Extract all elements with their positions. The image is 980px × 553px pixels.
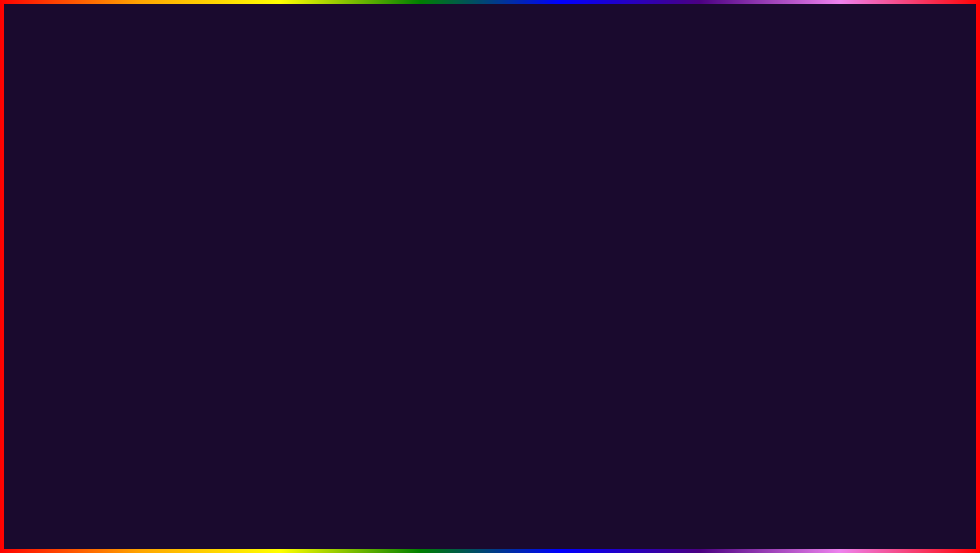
char-torso: 🌀 bbox=[447, 155, 513, 231]
select-farm-method-row: Select Farm Method : Upper bbox=[707, 168, 933, 182]
right-setting-icon: ⚙️ bbox=[656, 185, 664, 193]
setting-icon: ⚙️ bbox=[31, 266, 40, 273]
left-panel: MOBILE ANDROID ✓ 🌪️ 17/03/2023 - 10:27:5… bbox=[20, 101, 315, 326]
auto-mirage-island-row: 🌀 Auto Mirage Island ✓ bbox=[26, 207, 288, 225]
auto-sea-beast-toggle[interactable] bbox=[262, 292, 283, 303]
right-nav-weapons-label: Wepons bbox=[668, 200, 692, 208]
title-letter-F: F bbox=[462, 10, 518, 101]
sea-beasts-title: Sea Beasts bbox=[108, 277, 288, 285]
farm-distance-label: 🌀 30 Farm Distance bbox=[712, 187, 767, 198]
character-area: 🌀 bbox=[335, 96, 625, 325]
right-main-icon: 🏠 bbox=[656, 170, 664, 178]
character-figure: 🌀 bbox=[404, 96, 556, 325]
separator-1 bbox=[707, 203, 933, 203]
stats-icon: 📊 bbox=[31, 295, 40, 303]
auto-farm-select-mode-row: 🌀 Auto Farm Select Mode bbox=[707, 216, 933, 233]
mirage-hop-toggle[interactable] bbox=[262, 231, 283, 243]
auto-sea-beast-label: 🌀 Auto Sea Beast bbox=[113, 292, 174, 303]
work-for-mobile: WORK FOR MOBILE bbox=[837, 99, 970, 154]
mirage-hop-label: 🌀 Mirage Island [HOP] bbox=[31, 231, 106, 243]
nav-main-label: Main bbox=[44, 251, 58, 259]
auto-sea-beast-hop-toggle[interactable] bbox=[262, 313, 283, 324]
auto-max-mastery-row: 🌀 Auto Max Mastery [Melee] bbox=[707, 235, 933, 252]
left-ui-header: 🌪️ 17/03/2023 - 10:27:53 PM [ ID ] bbox=[26, 108, 288, 138]
farm-distance-input[interactable] bbox=[903, 188, 928, 197]
auto-sea-beast-hop-row: 🌀 Auto Sea Beast Hop bbox=[108, 309, 288, 328]
auto-farm-select-mode-label: 🌀 Auto Farm Select Mode bbox=[712, 219, 791, 230]
blox-x-letter: X bbox=[908, 494, 914, 505]
auto-mirage-icon: 🌀 bbox=[31, 211, 43, 222]
mirage-hop-row: 🌀 Mirage Island [HOP] bbox=[26, 228, 288, 246]
work-text: WORK bbox=[846, 103, 961, 128]
right-nav-combats[interactable]: 👥 Combats bbox=[651, 227, 702, 239]
char-leg-right bbox=[482, 233, 505, 279]
for-mobile-text: FOR MOBILE bbox=[846, 128, 961, 150]
auto-label: AUTO bbox=[30, 481, 174, 539]
right-nav: 🌪️ 🏠 Main ⚙️ Setting ✖️ Wepons bbox=[651, 138, 702, 254]
char-emblem: 🌀 bbox=[465, 166, 495, 196]
sea-beast-icon: 🌀 bbox=[113, 292, 124, 303]
auto-farm-material-toggle[interactable] bbox=[262, 146, 283, 157]
blox-b-letter: BL bbox=[872, 494, 886, 505]
auto-farm-select-mode-toggle[interactable] bbox=[907, 219, 928, 230]
char-leg-left bbox=[454, 233, 477, 279]
pastebin-label: PASTEBIN bbox=[456, 500, 603, 534]
full-moon-row: Full Moon 50% ✓ bbox=[26, 172, 288, 187]
select-weapon-row: Select Weapon : Melee bbox=[707, 153, 933, 166]
right-content: Select Mode Select Weapon : Melee Select… bbox=[707, 138, 933, 254]
title-row: B L O X F R U I T S bbox=[0, 0, 980, 101]
sea-beast-hop-icon: 🌀 bbox=[113, 313, 124, 324]
farm-distance-icon-wrapper: 🌀 30 bbox=[712, 187, 723, 198]
title-letter-S: S bbox=[731, 10, 792, 101]
farm-label: FARM bbox=[184, 481, 328, 539]
main-wrapper: B L O X F R U I T S MOBILE ANDROID ✓ 🌪️ … bbox=[0, 0, 980, 553]
right-nav-main-label: Main bbox=[668, 170, 682, 178]
title-letter-B: B bbox=[188, 10, 254, 101]
char-head bbox=[460, 114, 500, 155]
farm-distance-row: 🌀 30 Farm Distance bbox=[707, 184, 933, 201]
right-nav-weapons[interactable]: ✖️ Wepons bbox=[651, 197, 702, 210]
right-nav-setting[interactable]: ⚙️ Setting bbox=[651, 183, 702, 195]
auto-max-mastery-icon: 🌀 bbox=[712, 238, 723, 249]
right-logo: 🌪️ bbox=[651, 138, 679, 166]
char-legs bbox=[447, 231, 513, 282]
mirage-not-found-label: Mirage Island Not Found ✗ bbox=[31, 193, 111, 201]
blox-fruits-logo-area: BL 💀 X FRUITS bbox=[838, 469, 950, 550]
right-combats-icon: 👥 bbox=[656, 229, 664, 237]
nav-main[interactable]: 🏠 Main bbox=[26, 249, 288, 261]
right-stats-icon: 📊 bbox=[656, 215, 664, 222]
right-nav-combats-label: Combats bbox=[668, 229, 695, 237]
auto-mirage-toggle[interactable] bbox=[262, 211, 283, 222]
char-body: 🌀 bbox=[429, 114, 531, 307]
middle-section: MOBILE ANDROID ✓ 🌪️ 17/03/2023 - 10:27:5… bbox=[0, 96, 980, 467]
right-ui-main: 🌪️ 🏠 Main ⚙️ Setting ✖️ Wepons bbox=[651, 138, 933, 254]
auto-max-mastery-label: 🌀 Auto Max Mastery [Melee] bbox=[712, 238, 798, 249]
left-timestamp: 17/03/2023 - 10:27:53 PM [ ID ] bbox=[184, 120, 288, 126]
auto-max-mastery-toggle[interactable] bbox=[907, 238, 928, 249]
sea-beasts-box: Sea Beasts 🌀 Auto Sea Beast 🌀 Auto Sea B… bbox=[102, 271, 295, 336]
main-icon: 🏠 bbox=[31, 251, 40, 259]
right-nav-setting-label: Setting bbox=[668, 185, 689, 193]
right-panel: WORK FOR MOBILE 🌪️ 🏠 Main ⚙️ bbox=[645, 101, 960, 260]
right-nav-stats[interactable]: 📊 Stats bbox=[651, 212, 702, 225]
title-letter-R: R bbox=[518, 10, 584, 101]
auto-sea-beast-hop-label: 🌀 Auto Sea Beast Hop bbox=[113, 313, 188, 324]
bottom-section: AUTO FARM SCRIPT PASTEBIN BL 💀 X FRUITS bbox=[0, 467, 980, 553]
char-eye-left bbox=[469, 128, 475, 134]
combats-icon: 👥 bbox=[31, 310, 40, 318]
title-letter-X: X bbox=[381, 10, 442, 101]
title-letter-T2: T bbox=[675, 10, 731, 101]
char-eye-right bbox=[485, 128, 491, 134]
auto-farm-text-group: AUTO FARM SCRIPT PASTEBIN bbox=[30, 481, 602, 539]
farm-distance-badge: 30 bbox=[709, 184, 718, 193]
left-logo: 🌪️ bbox=[26, 108, 57, 138]
auto-mirage-island-label: 🌀 Auto Mirage Island ✓ bbox=[31, 211, 109, 222]
blox-skull-icon: 💀 bbox=[888, 491, 906, 508]
auto-farm-select-icon: 🌀 bbox=[712, 219, 723, 230]
main-farm-section-label: Main Farm bbox=[707, 205, 933, 214]
mirage-island-section: Mirage Island bbox=[26, 163, 288, 170]
right-nav-stats-label: Stats bbox=[668, 215, 683, 222]
right-nav-main[interactable]: 🏠 Main bbox=[651, 168, 702, 181]
select-farm-method-label: Select Farm Method : Upper bbox=[712, 171, 789, 179]
mirage-hop-icon: 🌀 bbox=[31, 231, 43, 243]
